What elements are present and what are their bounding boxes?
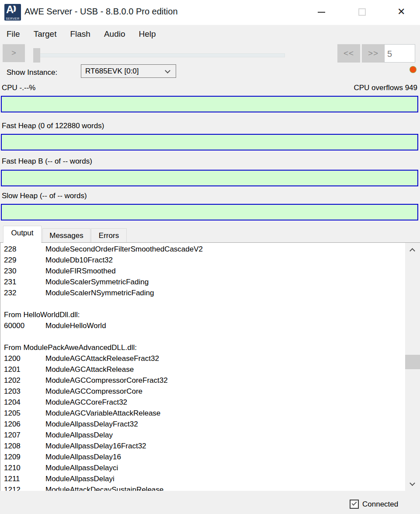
fast-heap-meter-bar: [1, 134, 418, 150]
output-line: 1209 ModuleAllpassDelay16: [4, 451, 420, 462]
fast-heap-b-meter-bar: [1, 170, 418, 186]
slow-heap-label: Slow Heap (-- of -- words): [2, 192, 87, 200]
module-id: 231: [4, 276, 45, 287]
module-id: From HelloWorldDll.dll:: [4, 309, 80, 320]
module-id: 60000: [4, 320, 45, 331]
module-id: [4, 331, 45, 342]
output-line: [4, 298, 420, 309]
cpu-meter-bar: [1, 96, 418, 112]
module-name: ModuleAGCCompressorCore: [45, 386, 142, 397]
module-id: 1204: [4, 397, 45, 408]
module-name: ModuleAttackDecaySustainRelease: [45, 484, 163, 491]
output-line: 230 ModuleFIRSmoothed: [4, 266, 420, 276]
cpu-label: CPU -.--%: [2, 84, 35, 92]
position-slider-track[interactable]: [33, 53, 285, 57]
output-line: 1212 ModuleAttackDecaySustainRelease: [4, 484, 420, 491]
module-name: ModuleScalerSymmetricFading: [45, 276, 149, 287]
module-id: 1212: [4, 484, 45, 491]
cpu-overflows-label: CPU overflows 949: [354, 84, 417, 92]
scroll-up-icon[interactable]: [410, 248, 415, 254]
output-line: 1203 ModuleAGCCompressorCore: [4, 386, 420, 397]
output-line: 60000 ModuleHelloWorld: [4, 320, 420, 331]
menu-flash[interactable]: Flash: [70, 29, 90, 39]
app-icon-waves: )): [13, 4, 15, 12]
output-line: 228 ModuleSecondOrderFilterSmoothedCasca…: [4, 244, 420, 255]
module-name: ModuleDb10Fract32: [45, 255, 113, 266]
tab-messages[interactable]: Messages: [42, 228, 90, 242]
scroll-down-icon[interactable]: [410, 480, 415, 486]
tab-output[interactable]: Output: [3, 226, 42, 243]
output-line: From ModulePackAweAdvancedDLL.dll:: [4, 342, 420, 353]
module-id: 1202: [4, 375, 45, 386]
output-log: 228 ModuleSecondOrderFilterSmoothedCasca…: [0, 243, 420, 491]
module-id: 232: [4, 287, 45, 298]
output-panel: 228 ModuleSecondOrderFilterSmoothedCasca…: [0, 242, 420, 491]
window-title: AWE Server - USB - 8.B.0.0 Pro edition: [24, 7, 178, 17]
output-line: From HelloWorldDll.dll:: [4, 309, 420, 320]
module-name: ModuleFIRSmoothed: [45, 266, 116, 276]
module-name: ModuleAllpassDelay16Fract32: [45, 441, 146, 451]
output-line: [4, 331, 420, 342]
output-line: 1201 ModuleAGCAttackRelease: [4, 364, 420, 375]
menu-help[interactable]: Help: [139, 29, 156, 39]
play-button[interactable]: >: [3, 44, 25, 62]
connected-checkbox[interactable]: [350, 500, 359, 509]
output-line: 1205 ModuleAGCVariableAttackRelease: [4, 408, 420, 419]
checkmark-icon: [351, 500, 357, 506]
module-id: 230: [4, 266, 45, 276]
tab-errors[interactable]: Errors: [91, 228, 127, 242]
menu-target[interactable]: Target: [34, 29, 57, 39]
module-id: 1203: [4, 386, 45, 397]
slow-heap-meter-bar: [1, 204, 418, 220]
app-icon: A )) SERVER: [4, 4, 21, 21]
module-id: From ModulePackAweAdvancedDLL.dll:: [4, 342, 137, 353]
maximize-icon: [358, 8, 366, 16]
menu-bar: File Target Flash Audio Help: [0, 25, 420, 43]
module-name: ModuleSecondOrderFilterSmoothedCascadeV2: [45, 244, 203, 255]
module-name: ModuleAGCAttackRelease: [45, 364, 134, 375]
module-name: ModuleScalerNSymmetricFading: [45, 287, 154, 298]
module-name: ModuleAllpassDelayFract32: [45, 419, 138, 430]
close-button[interactable]: ✕: [393, 3, 411, 21]
menu-audio[interactable]: Audio: [104, 29, 125, 39]
module-name: ModuleAGCCoreFract32: [45, 397, 127, 408]
module-id: 1205: [4, 408, 45, 419]
module-id: 229: [4, 255, 45, 266]
maximize-button[interactable]: [353, 3, 371, 21]
fast-heap-label: Fast Heap (0 of 122880 words): [2, 122, 104, 130]
module-id: 1200: [4, 353, 45, 364]
module-id: 1206: [4, 419, 45, 430]
position-slider-thumb[interactable]: [33, 48, 40, 63]
module-name: ModuleAGCVariableAttackRelease: [45, 408, 160, 419]
output-line: 1206 ModuleAllpassDelayFract32: [4, 419, 420, 430]
module-id: [4, 298, 45, 309]
module-name: ModuleAllpassDelay16: [45, 451, 121, 462]
output-line: 1210 ModuleAllpassDelayci: [4, 462, 420, 473]
module-id: 1210: [4, 462, 45, 473]
module-name: ModuleAGCAttackReleaseFract32: [45, 353, 159, 364]
instance-dropdown[interactable]: RT685EVK [0:0]: [81, 64, 176, 78]
module-name: ModuleAGCCompressorCoreFract32: [45, 375, 168, 386]
status-led: [410, 66, 416, 73]
output-line: 232 ModuleScalerNSymmetricFading: [4, 287, 420, 298]
output-line: 1202 ModuleAGCCompressorCoreFract32: [4, 375, 420, 386]
minimize-icon: [318, 12, 325, 13]
step-count-input[interactable]: [384, 44, 415, 63]
menu-file[interactable]: File: [7, 29, 20, 39]
vertical-scrollbar[interactable]: [405, 243, 420, 491]
step-forward-button[interactable]: >>: [362, 44, 385, 63]
step-back-button[interactable]: <<: [337, 44, 360, 63]
module-name: ModuleAllpassDelayci: [45, 462, 118, 473]
status-bar: Connected: [0, 491, 420, 514]
module-id: 228: [4, 244, 45, 255]
minimize-button[interactable]: [312, 3, 330, 21]
scrollbar-thumb[interactable]: [405, 355, 420, 369]
output-line: 1211 ModuleAllpassDelayi: [4, 473, 420, 484]
chevron-down-icon: [165, 68, 170, 73]
module-id: 1208: [4, 441, 45, 451]
module-id: 1207: [4, 430, 45, 441]
module-name: ModuleHelloWorld: [45, 320, 106, 331]
close-icon: ✕: [397, 6, 405, 17]
output-line: 1200 ModuleAGCAttackReleaseFract32: [4, 353, 420, 364]
output-line: 1208 ModuleAllpassDelay16Fract32: [4, 441, 420, 451]
